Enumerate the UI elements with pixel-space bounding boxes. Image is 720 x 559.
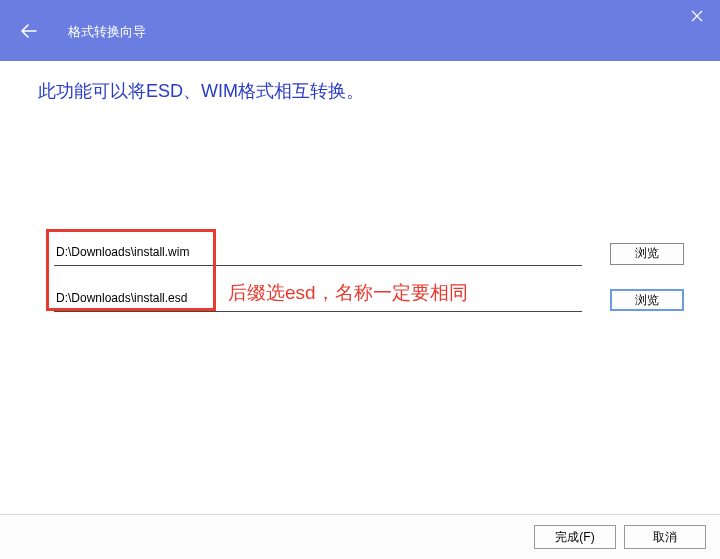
back-arrow-icon (20, 22, 38, 40)
heading: 此功能可以将ESD、WIM格式相互转换。 (38, 79, 682, 103)
titlebar: 格式转换向导 (0, 0, 720, 61)
finish-button[interactable]: 完成(F) (534, 525, 616, 549)
annotation-text: 后缀选esd，名称一定要相同 (228, 280, 468, 306)
footer: 完成(F) 取消 (0, 514, 720, 559)
cancel-button[interactable]: 取消 (624, 525, 706, 549)
close-button[interactable] (674, 0, 720, 32)
close-icon (691, 10, 703, 22)
dialog-window: 格式转换向导 此功能可以将ESD、WIM格式相互转换。 浏览 浏览 后缀选esd… (0, 0, 720, 559)
back-button[interactable] (18, 20, 40, 42)
window-title: 格式转换向导 (68, 23, 146, 41)
browse-target-button[interactable]: 浏览 (610, 289, 684, 311)
source-path-input[interactable] (54, 241, 582, 266)
browse-source-button[interactable]: 浏览 (610, 243, 684, 265)
source-row: 浏览 (0, 241, 720, 266)
content-area: 此功能可以将ESD、WIM格式相互转换。 (0, 79, 720, 103)
